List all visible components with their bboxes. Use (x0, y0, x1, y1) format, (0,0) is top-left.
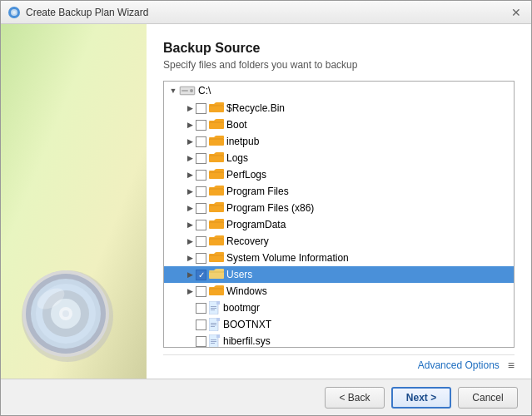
svg-rect-55 (211, 326, 215, 327)
footer: < Back Next > Cancel (1, 379, 531, 415)
item-label-logs: Logs (226, 152, 248, 164)
item-label-hiberfil: hiberfil.sys (223, 335, 271, 347)
folder-icon (209, 269, 224, 280)
tree-item-systemvolume[interactable]: ▶ System Volume Information (164, 250, 514, 266)
window-title: Create Backup Plan Wizard (26, 7, 148, 18)
checkbox-hiberfil[interactable] (196, 336, 206, 347)
expander-perflogs[interactable]: ▶ (184, 169, 196, 181)
tree-item-hiberfil[interactable]: hiberfil.sys (164, 333, 514, 348)
close-button[interactable]: ✕ (508, 4, 525, 21)
expander-logs[interactable]: ▶ (184, 152, 196, 164)
svg-rect-41 (209, 255, 224, 256)
folder-icon (209, 235, 224, 247)
expander-inetpub[interactable]: ▶ (184, 136, 196, 147)
panel-title: Backup Source (163, 41, 515, 56)
svg-rect-53 (211, 323, 216, 324)
checkbox-recovery[interactable] (196, 236, 206, 247)
expander-windows[interactable]: ▶ (184, 285, 196, 297)
checkbox-bootnxt[interactable] (196, 319, 206, 330)
tree-item-inetpub[interactable]: ▶ inetpub (164, 133, 514, 150)
expander-bootmgr[interactable] (184, 302, 196, 314)
svg-rect-45 (209, 288, 224, 290)
menu-icon[interactable]: ≡ (508, 359, 515, 372)
expander-programdata[interactable]: ▶ (184, 219, 196, 230)
right-panel: Backup Source Specify files and folders … (147, 24, 531, 379)
tree-item-perflogs[interactable]: ▶ PerfLogs (164, 166, 514, 183)
checkbox-bootmgr[interactable] (196, 303, 206, 314)
svg-rect-54 (211, 324, 216, 325)
root-expander[interactable]: ▼ (167, 85, 179, 97)
sidebar (1, 24, 147, 379)
checkbox-programfilesx86[interactable] (196, 203, 206, 214)
checkbox-systemvolume[interactable] (196, 253, 206, 264)
item-label-perflogs: PerfLogs (226, 169, 266, 181)
checkbox-logs[interactable] (196, 153, 206, 164)
disc-decoration (17, 262, 117, 362)
checkbox-users[interactable]: ✓ (196, 270, 206, 280)
next-button[interactable]: Next > (391, 387, 451, 409)
tree-item-logs[interactable]: ▶ Logs (164, 150, 514, 166)
tree-item-users[interactable]: ▶✓ Users (164, 266, 514, 283)
cancel-button[interactable]: Cancel (458, 387, 518, 409)
expander-systemvolume[interactable]: ▶ (184, 252, 196, 264)
tree-item-boot[interactable]: ▶ Boot (164, 116, 514, 133)
checkbox-inetpub[interactable] (196, 136, 206, 147)
tree-item-programfilesx86[interactable]: ▶ Program Files (x86) (164, 200, 514, 216)
tree-item-recycle[interactable]: ▶ $Recycle.Bin (164, 100, 514, 116)
svg-rect-39 (209, 238, 224, 240)
tree-item-programdata[interactable]: ▶ ProgramData (164, 216, 514, 233)
tree-root[interactable]: ▼ C:\ (164, 82, 514, 100)
advanced-options-link[interactable]: Advanced Options (418, 359, 500, 371)
tree-item-recovery[interactable]: ▶ Recovery (164, 233, 514, 250)
file-tree[interactable]: ▼ C:\ ▶ $Recycle.Bin▶ Boot▶ (163, 81, 515, 348)
expander-users[interactable]: ▶ (184, 269, 196, 280)
drive-icon (179, 84, 196, 97)
folder-icon (209, 285, 224, 297)
item-label-programfilesx86: Program Files (x86) (226, 202, 314, 214)
folder-icon (209, 169, 224, 181)
checkbox-programdata[interactable] (196, 220, 206, 230)
tree-items: ▶ $Recycle.Bin▶ Boot▶ inetpub▶ Logs▶ Per… (164, 100, 514, 348)
file-icon (209, 318, 221, 331)
svg-rect-29 (209, 155, 224, 156)
folder-icon (209, 152, 224, 164)
folder-icon (209, 119, 224, 131)
svg-rect-52 (216, 318, 220, 321)
expander-recycle[interactable]: ▶ (184, 102, 196, 114)
svg-rect-31 (209, 171, 224, 173)
item-label-recycle: $Recycle.Bin (226, 102, 285, 114)
expander-recovery[interactable]: ▶ (184, 235, 196, 247)
svg-point-11 (62, 310, 69, 317)
title-bar-left: Create Backup Plan Wizard (7, 6, 148, 19)
tree-item-bootnxt[interactable]: BOOTNXT (164, 316, 514, 333)
svg-rect-25 (209, 121, 224, 123)
tree-item-windows[interactable]: ▶ Windows (164, 283, 514, 300)
expander-bootnxt[interactable] (184, 319, 196, 330)
expander-programfiles[interactable]: ▶ (184, 186, 196, 197)
item-label-programdata: ProgramData (226, 219, 286, 230)
checkbox-programfiles[interactable] (196, 186, 206, 197)
expander-programfilesx86[interactable]: ▶ (184, 202, 196, 214)
checkbox-windows[interactable] (196, 286, 206, 297)
folder-icon (209, 102, 224, 114)
expander-boot[interactable]: ▶ (184, 119, 196, 131)
svg-rect-50 (211, 310, 215, 310)
item-label-boot: Boot (226, 119, 247, 131)
checkbox-boot[interactable] (196, 120, 206, 131)
tree-item-programfiles[interactable]: ▶ Program Files (164, 183, 514, 200)
folder-icon (209, 219, 224, 230)
folder-icon (209, 186, 224, 197)
expander-hiberfil[interactable] (184, 335, 196, 347)
checkbox-recycle[interactable] (196, 103, 206, 114)
svg-point-2 (12, 11, 16, 14)
main-window: Create Backup Plan Wizard ✕ (0, 0, 532, 416)
checkbox-perflogs[interactable] (196, 170, 206, 181)
svg-rect-57 (216, 334, 220, 338)
folder-icon (209, 252, 224, 264)
tree-item-bootmgr[interactable]: bootmgr (164, 300, 514, 316)
item-label-bootnxt: BOOTNXT (223, 319, 271, 330)
item-label-systemvolume: System Volume Information (226, 252, 349, 264)
back-button[interactable]: < Back (325, 387, 385, 409)
main-content: Backup Source Specify files and folders … (1, 24, 531, 379)
title-bar: Create Backup Plan Wizard ✕ (1, 1, 531, 24)
